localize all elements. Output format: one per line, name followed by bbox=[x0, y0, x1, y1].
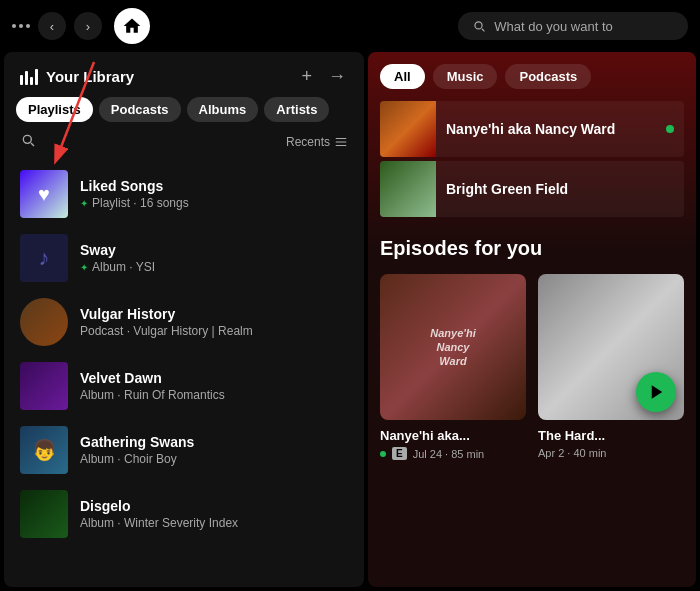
disgelo-title: Disgelo bbox=[80, 498, 348, 514]
back-button[interactable]: ‹ bbox=[38, 12, 66, 40]
nanye-episode-meta: E Jul 24 · 85 min bbox=[380, 447, 526, 460]
home-icon bbox=[122, 16, 142, 36]
forward-button[interactable]: › bbox=[74, 12, 102, 40]
sway-thumb: ♪ bbox=[20, 234, 68, 282]
list-item-vulgar-history[interactable]: Vulgar History Podcast · Vulgar History … bbox=[12, 290, 356, 354]
filter-tab-artists[interactable]: Artists bbox=[264, 97, 329, 122]
content-tabs: All Music Podcasts bbox=[380, 64, 684, 89]
velvet-thumb-bg bbox=[20, 362, 68, 410]
nav-dot-1 bbox=[12, 24, 16, 28]
search-bar[interactable] bbox=[458, 12, 688, 40]
sway-sub: ✦ Album · YSI bbox=[80, 260, 348, 274]
episode-card-nanye[interactable]: Nanye'hiNancyWard Nanye'hi aka... E Jul … bbox=[380, 274, 526, 460]
nanye-episode-dot bbox=[380, 451, 386, 457]
disgelo-thumb bbox=[20, 490, 68, 538]
velvet-dawn-title: Velvet Dawn bbox=[80, 370, 348, 386]
list-item-sway[interactable]: ♪ Sway ✦ Album · YSI bbox=[12, 226, 356, 290]
filter-tabs: Playlists Podcasts Albums Artists bbox=[4, 97, 364, 132]
vulgar-history-info: Vulgar History Podcast · Vulgar History … bbox=[80, 306, 348, 338]
list-item-gathering-swans[interactable]: 👦 Gathering Swans Album · Choir Boy bbox=[12, 418, 356, 482]
nav-dot-2 bbox=[19, 24, 23, 28]
sway-info: Sway ✦ Album · YSI bbox=[80, 242, 348, 274]
nanye-recent-thumb bbox=[380, 101, 436, 157]
library-search-button[interactable] bbox=[20, 132, 36, 152]
nav-dots bbox=[12, 24, 30, 28]
nanye-thumb-bg bbox=[380, 101, 436, 157]
episode-cards: Nanye'hiNancyWard Nanye'hi aka... E Jul … bbox=[380, 274, 684, 460]
liked-songs-thumb: ♥ bbox=[20, 170, 68, 218]
hard-episode-meta: Apr 2 · 40 min bbox=[538, 447, 684, 459]
nanye-dot bbox=[666, 125, 674, 133]
library-actions: + → bbox=[299, 64, 348, 89]
disgelo-info: Disgelo Album · Winter Severity Index bbox=[80, 498, 348, 530]
home-button[interactable] bbox=[114, 8, 150, 44]
vulgar-thumb-bg bbox=[20, 298, 68, 346]
recents-label: Recents bbox=[286, 135, 330, 149]
liked-songs-info: Liked Songs ✦ Playlist · 16 songs bbox=[80, 178, 348, 210]
right-panel: All Music Podcasts Nanye'hi aka Nancy Wa… bbox=[368, 52, 696, 587]
nanye-episode-time: Jul 24 · 85 min bbox=[413, 448, 485, 460]
velvet-dawn-sub: Album · Ruin Of Romantics bbox=[80, 388, 348, 402]
library-icon bbox=[20, 69, 38, 85]
green-dot-icon-sway: ✦ bbox=[80, 262, 88, 273]
svg-marker-6 bbox=[652, 385, 663, 399]
search-icon-small bbox=[20, 132, 36, 148]
svg-line-1 bbox=[31, 143, 34, 146]
gathering-swans-info: Gathering Swans Album · Choir Boy bbox=[80, 434, 348, 466]
filter-tab-playlists[interactable]: Playlists bbox=[16, 97, 93, 122]
top-navigation: ‹ › bbox=[0, 0, 700, 52]
ep1-text: Nanye'hiNancyWard bbox=[430, 326, 475, 369]
recent-items: Nanye'hi aka Nancy Ward Bright Green Fie… bbox=[380, 101, 684, 217]
vulgar-history-sub: Podcast · Vulgar History | Realm bbox=[80, 324, 348, 338]
library-header: Your Library + → bbox=[4, 52, 364, 97]
liked-songs-title: Liked Songs bbox=[80, 178, 348, 194]
nanye-recent-title: Nanye'hi aka Nancy Ward bbox=[446, 121, 615, 137]
svg-point-0 bbox=[23, 135, 31, 143]
nanye-episode-img: Nanye'hiNancyWard bbox=[380, 274, 526, 420]
ep1-thumb-bg: Nanye'hiNancyWard bbox=[380, 274, 526, 420]
sway-title: Sway bbox=[80, 242, 348, 258]
disgelo-sub: Album · Winter Severity Index bbox=[80, 516, 348, 530]
episode-card-hard[interactable]: The Hard... Apr 2 · 40 min bbox=[538, 274, 684, 460]
list-item-velvet-dawn[interactable]: Velvet Dawn Album · Ruin Of Romantics bbox=[12, 354, 356, 418]
vulgar-history-thumb bbox=[20, 298, 68, 346]
sway-thumb-bg: ♪ bbox=[20, 234, 68, 282]
add-library-button[interactable]: + bbox=[299, 64, 314, 89]
bright-thumb-bg bbox=[380, 161, 436, 217]
recent-item-bright[interactable]: Bright Green Field bbox=[380, 161, 684, 217]
hard-episode-time: Apr 2 · 40 min bbox=[538, 447, 606, 459]
expand-library-button[interactable]: → bbox=[326, 64, 348, 89]
gathering-thumb-bg: 👦 bbox=[20, 426, 68, 474]
play-button[interactable] bbox=[636, 372, 676, 412]
gathering-swans-title: Gathering Swans bbox=[80, 434, 348, 450]
tab-music[interactable]: Music bbox=[433, 64, 498, 89]
gathering-swans-thumb: 👦 bbox=[20, 426, 68, 474]
tab-podcasts[interactable]: Podcasts bbox=[505, 64, 591, 89]
list-icon bbox=[334, 135, 348, 149]
library-list: ♥ Liked Songs ✦ Playlist · 16 songs ♪ Sw… bbox=[4, 162, 364, 587]
disgelo-thumb-bg bbox=[20, 490, 68, 538]
list-item-disgelo[interactable]: Disgelo Album · Winter Severity Index bbox=[12, 482, 356, 546]
recents-button[interactable]: Recents bbox=[286, 135, 348, 149]
list-item-liked-songs[interactable]: ♥ Liked Songs ✦ Playlist · 16 songs bbox=[12, 162, 356, 226]
nanye-episode-label: Nanye'hi aka... bbox=[380, 428, 526, 443]
green-dot-icon: ✦ bbox=[80, 198, 88, 209]
velvet-dawn-info: Velvet Dawn Album · Ruin Of Romantics bbox=[80, 370, 348, 402]
left-panel: Your Library + → Playlists Podcasts Albu… bbox=[4, 52, 364, 587]
nanye-episode-badge: E bbox=[392, 447, 407, 460]
episodes-section-title: Episodes for you bbox=[380, 237, 684, 260]
bright-recent-thumb bbox=[380, 161, 436, 217]
filter-tab-podcasts[interactable]: Podcasts bbox=[99, 97, 181, 122]
recent-item-nanye[interactable]: Nanye'hi aka Nancy Ward bbox=[380, 101, 684, 157]
vulgar-history-title: Vulgar History bbox=[80, 306, 348, 322]
hard-episode-img bbox=[538, 274, 684, 420]
right-content: All Music Podcasts Nanye'hi aka Nancy Wa… bbox=[368, 52, 696, 472]
search-icon bbox=[472, 18, 486, 34]
nav-dot-3 bbox=[26, 24, 30, 28]
tab-all[interactable]: All bbox=[380, 64, 425, 89]
search-input[interactable] bbox=[494, 19, 674, 34]
library-title: Your Library bbox=[46, 68, 291, 85]
play-icon bbox=[648, 383, 666, 401]
hard-episode-label: The Hard... bbox=[538, 428, 684, 443]
filter-tab-albums[interactable]: Albums bbox=[187, 97, 259, 122]
